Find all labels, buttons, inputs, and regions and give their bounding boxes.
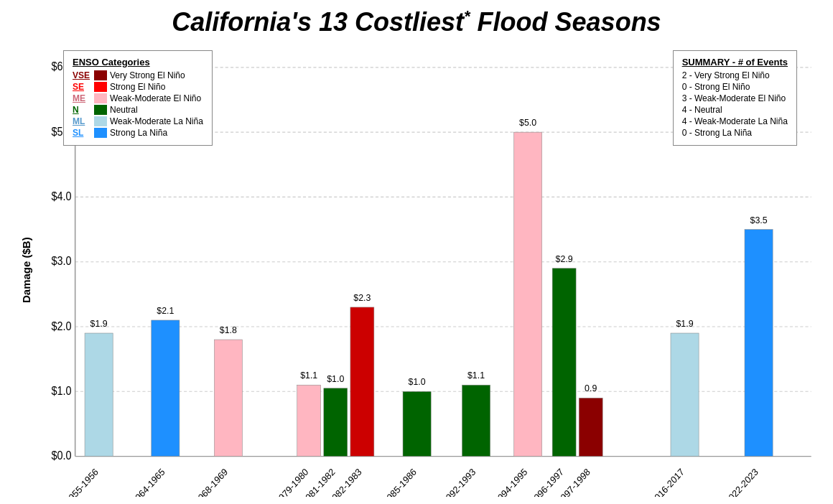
legend-color-sl — [94, 128, 107, 138]
svg-text:1955-1956: 1955-1956 — [63, 466, 101, 497]
chart-area: $0.0 $1.0 $2.0 $3.0 $4.0 $5.0 $6.0 $1.9 — [34, 43, 819, 497]
bar-1981-1982 — [324, 388, 348, 457]
summary-row-se: 0 - Strong El Niño — [682, 82, 788, 92]
svg-text:$2.3: $2.3 — [353, 291, 371, 303]
svg-text:1968-1969: 1968-1969 — [192, 466, 230, 497]
legend-color-ml — [94, 116, 107, 126]
bar-1985-1986 — [403, 391, 431, 456]
legend-color-vse — [94, 70, 107, 80]
svg-text:$1.0: $1.0 — [409, 376, 426, 388]
svg-text:$1.9: $1.9 — [90, 317, 108, 329]
summary-count-se: 0 - Strong El Niño — [682, 82, 750, 92]
legend-code-ml: ML — [73, 116, 91, 126]
legend-row-sl: SL Strong La Niña — [73, 128, 203, 138]
summary-row-n: 4 - Neutral — [682, 105, 788, 115]
legend-code-n: N — [73, 105, 91, 115]
svg-text:$4.0: $4.0 — [51, 190, 71, 202]
svg-text:$1.1: $1.1 — [300, 370, 317, 381]
legend-color-n — [94, 105, 107, 115]
svg-text:1996-1997: 1996-1997 — [529, 466, 566, 497]
svg-text:1964-1965: 1964-1965 — [129, 466, 167, 497]
summary-row-ml: 4 - Weak-Moderate La Niña — [682, 116, 788, 126]
svg-text:$1.0: $1.0 — [327, 373, 344, 384]
svg-text:$3.5: $3.5 — [750, 214, 768, 225]
legend-label-n: Neutral — [110, 105, 138, 115]
legend-label-ml: Weak-Moderate La Niña — [110, 116, 203, 126]
bar-1994-1995 — [514, 132, 542, 456]
legend-right-title: SUMMARY - # of Events — [682, 57, 788, 67]
bar-1996-1997 — [552, 269, 576, 457]
svg-text:1992-1993: 1992-1993 — [440, 466, 478, 497]
svg-text:$2.0: $2.0 — [51, 319, 71, 332]
bar-1997-1998 — [579, 398, 602, 456]
bar-1982-1983 — [350, 307, 374, 457]
bar-1968-1969 — [214, 340, 242, 457]
legend-row-me: ME Weak-Moderate El Niño — [73, 93, 203, 103]
summary-row-me: 3 - Weak-Moderate El Niño — [682, 93, 788, 103]
bar-1964-1965 — [152, 320, 180, 457]
svg-text:$2.1: $2.1 — [157, 304, 174, 316]
svg-text:2016-2017: 2016-2017 — [649, 466, 687, 497]
svg-text:$3.0: $3.0 — [51, 255, 71, 268]
legend-label-sl: Strong La Niña — [110, 128, 167, 138]
legend-summary: SUMMARY - # of Events 2 - Very Strong El… — [673, 50, 797, 146]
legend-row-se: SE Strong El Niño — [73, 82, 203, 92]
legend-left-title: ENSO Categories — [73, 57, 203, 67]
chart-container: California's 13 Costliest* Flood Seasons… — [0, 0, 833, 504]
chart-title: California's 13 Costliest* Flood Seasons — [14, 7, 819, 37]
summary-count-n: 4 - Neutral — [682, 105, 722, 115]
summary-count-sl: 0 - Strong La Niña — [682, 128, 752, 138]
svg-text:$1.8: $1.8 — [220, 324, 237, 335]
svg-text:1985-1986: 1985-1986 — [381, 466, 419, 497]
bar-2016-2017 — [671, 333, 699, 457]
legend-label-se: Strong El Niño — [110, 82, 165, 92]
summary-row-sl: 0 - Strong La Niña — [682, 128, 788, 138]
svg-text:$5.0: $5.0 — [519, 117, 536, 129]
svg-text:$0.0: $0.0 — [51, 449, 71, 462]
legend-row-ml: ML Weak-Moderate La Niña — [73, 116, 203, 126]
svg-text:0.9: 0.9 — [585, 383, 597, 394]
svg-text:1979-1980: 1979-1980 — [273, 466, 310, 497]
svg-text:1994-1995: 1994-1995 — [492, 466, 529, 497]
grid-and-bars: $0.0 $1.0 $2.0 $3.0 $4.0 $5.0 $6.0 $1.9 — [34, 43, 819, 497]
bar-1979-1980 — [297, 385, 321, 456]
legend-label-me: Weak-Moderate El Niño — [110, 93, 201, 103]
svg-text:$2.9: $2.9 — [556, 253, 573, 264]
svg-text:$1.0: $1.0 — [51, 384, 71, 397]
bar-2022-2023 — [745, 230, 773, 457]
legend-row-n: N Neutral — [73, 105, 203, 115]
bar-1955-1956 — [85, 333, 113, 457]
legend-color-se — [94, 82, 107, 92]
legend-code-me: ME — [73, 93, 91, 103]
legend-code-vse: VSE — [73, 70, 91, 80]
legend-color-me — [94, 93, 107, 103]
summary-count-vse: 2 - Very Strong El Niño — [682, 70, 770, 80]
svg-text:2022-2023: 2022-2023 — [723, 466, 760, 497]
svg-text:$1.1: $1.1 — [467, 370, 485, 381]
summary-count-ml: 4 - Weak-Moderate La Niña — [682, 116, 788, 126]
legend-row-vse: VSE Very Strong El Niño — [73, 70, 203, 80]
bar-1992-1993 — [462, 385, 490, 456]
summary-row-vse: 2 - Very Strong El Niño — [682, 70, 788, 80]
legend-enso-categories: ENSO Categories VSE Very Strong El Niño … — [63, 50, 213, 146]
legend-code-sl: SL — [73, 128, 91, 138]
legend-code-se: SE — [73, 82, 91, 92]
legend-label-vse: Very Strong El Niño — [110, 70, 185, 80]
svg-text:$1.9: $1.9 — [676, 317, 694, 329]
summary-count-me: 3 - Weak-Moderate El Niño — [682, 93, 786, 103]
y-axis-label: Damage ($B) — [14, 43, 34, 497]
